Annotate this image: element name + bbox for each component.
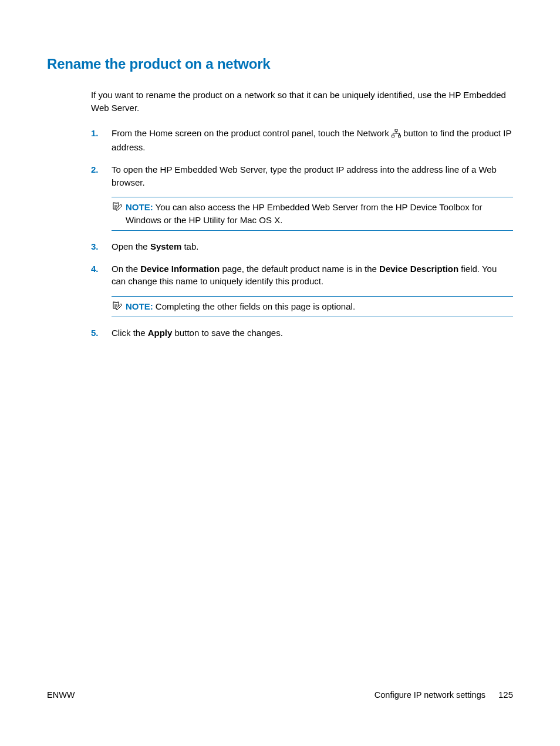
note-label: NOTE: (126, 301, 153, 311)
step-5: 5. Click the Apply button to save the ch… (91, 327, 513, 340)
svg-rect-6 (398, 135, 400, 137)
step-number: 4. (91, 263, 99, 275)
step-text: Click the Apply button to save the chang… (112, 328, 283, 338)
note-icon (112, 301, 123, 312)
page-heading: Rename the product on a network (47, 54, 513, 75)
step-number: 2. (91, 163, 99, 176)
step-3: 3. Open the System tab. (91, 240, 513, 253)
network-icon (392, 128, 401, 141)
note-icon (112, 201, 123, 213)
svg-rect-0 (395, 129, 397, 132)
step-1: 1. From the Home screen on the product c… (91, 127, 513, 154)
step-4: 4. On the Device Information page, the d… (91, 263, 513, 317)
step-number: 3. (91, 240, 99, 253)
note-box: NOTE: Completing the other fields on thi… (112, 296, 513, 317)
step-text: From the Home screen on the product cont… (112, 128, 511, 152)
note-content: NOTE: You can also access the HP Embedde… (126, 201, 513, 227)
page-number: 125 (498, 688, 513, 701)
step-text: On the Device Information page, the defa… (112, 264, 497, 287)
svg-rect-5 (392, 135, 394, 137)
step-text: Open the System tab. (112, 241, 198, 251)
steps-list: 1. From the Home screen on the product c… (91, 127, 513, 339)
note-content: NOTE: Completing the other fields on thi… (126, 300, 513, 313)
step-2: 2. To open the HP Embedded Web Server, t… (91, 163, 513, 231)
step-number: 5. (91, 327, 99, 340)
footer-left: ENWW (47, 689, 75, 701)
intro-paragraph: If you want to rename the product on a n… (91, 89, 513, 115)
step-number: 1. (91, 127, 99, 140)
page-footer: ENWW Configure IP network settings 125 (47, 688, 513, 701)
step-text: To open the HP Embedded Web Server, type… (112, 164, 497, 187)
note-box: NOTE: You can also access the HP Embedde… (112, 197, 513, 231)
footer-section: Configure IP network settings (375, 689, 485, 701)
note-label: NOTE: (126, 202, 153, 212)
